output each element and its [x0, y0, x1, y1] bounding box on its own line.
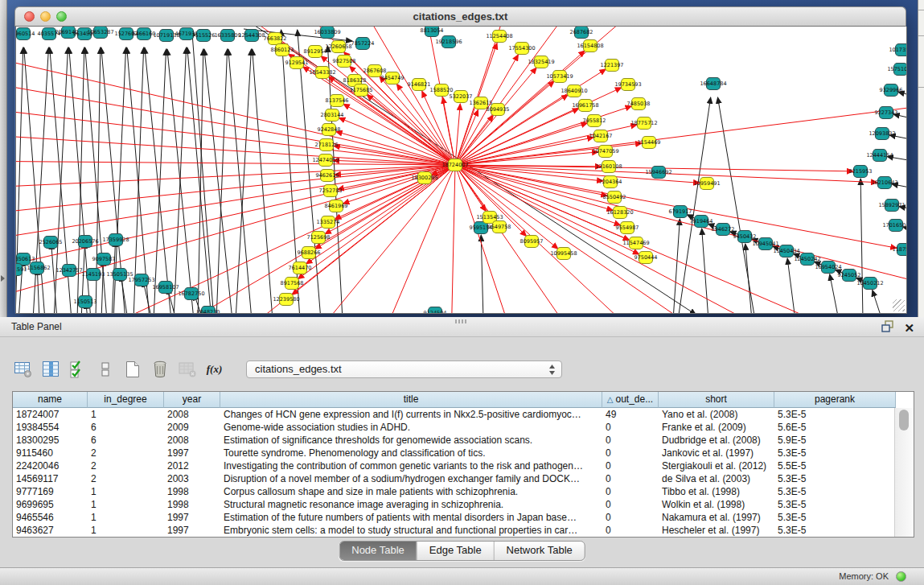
cell[interactable]: Genome-wide association studies in ADHD.: [220, 421, 602, 434]
cell[interactable]: Structural magnetic resonance image aver…: [220, 498, 602, 511]
tab-node-table[interactable]: Node Table: [339, 542, 417, 560]
cell[interactable]: 18724007: [13, 408, 88, 421]
cell[interactable]: 2003: [164, 472, 220, 485]
cell[interactable]: 9777169: [13, 485, 88, 498]
panel-collapse-arrow-icon[interactable]: [1, 275, 5, 282]
cell[interactable]: 2008: [164, 408, 220, 421]
cell[interactable]: 1998: [164, 498, 220, 511]
tab-network-table[interactable]: Network Table: [494, 542, 585, 560]
table-options-icon[interactable]: [13, 359, 33, 380]
network-graph[interactable]: 1872400779605144035574206914069634508106…: [16, 27, 906, 313]
cell[interactable]: Yano et al. (2008): [659, 408, 774, 421]
cell[interactable]: 18300295: [13, 434, 88, 447]
cell[interactable]: 0: [602, 511, 659, 524]
cell[interactable]: 6: [88, 434, 164, 447]
cell[interactable]: 0: [602, 447, 659, 459]
cell[interactable]: Wolkin et al. (1998): [659, 498, 774, 511]
cell[interactable]: 0: [602, 421, 659, 434]
network-window[interactable]: citations_edges.txt 18724007796051440355…: [14, 6, 906, 314]
cell[interactable]: Disruption of a novel member of a sodium…: [220, 472, 602, 485]
column-header-short[interactable]: short: [659, 392, 774, 408]
cell[interactable]: Embryonic stem cells: a model to study s…: [220, 524, 602, 537]
cell[interactable]: 5.3E-5: [774, 498, 896, 511]
cell[interactable]: 2008: [164, 434, 220, 447]
column-header-out_de[interactable]: △out_de...: [602, 392, 659, 408]
cell[interactable]: 6: [88, 421, 164, 434]
cell[interactable]: Estimation of significance thresholds fo…: [220, 434, 602, 447]
close-window-icon[interactable]: [24, 11, 35, 22]
table-selector-dropdown[interactable]: citations_edges.txt: [246, 360, 562, 378]
cell[interactable]: 2012: [164, 459, 220, 472]
column-header-pagerank[interactable]: pagerank: [774, 392, 896, 408]
cell[interactable]: 2: [88, 459, 164, 472]
cell[interactable]: 0: [602, 472, 659, 485]
cell[interactable]: 9699695: [13, 498, 88, 511]
cell[interactable]: 1: [88, 485, 164, 498]
cell[interactable]: 9465546: [13, 511, 88, 524]
cell[interactable]: 5.6E-5: [774, 421, 896, 434]
cell[interactable]: 5.5E-5: [774, 459, 896, 472]
cell[interactable]: Franke et al. (2009): [659, 421, 774, 434]
cell[interactable]: Jankovic et al. (1997): [659, 447, 774, 459]
cell[interactable]: 9463627: [13, 524, 88, 537]
show-columns-icon[interactable]: [40, 359, 60, 380]
select-all-icon[interactable]: [68, 359, 88, 380]
cell[interactable]: 5.3E-5: [774, 447, 896, 459]
cell[interactable]: Nakamura et al. (1997): [659, 511, 774, 524]
zoom-window-icon[interactable]: [56, 11, 67, 22]
cell[interactable]: 0: [602, 524, 659, 537]
west-panel-edge[interactable]: [0, 0, 7, 317]
window-titlebar[interactable]: citations_edges.txt: [14, 6, 906, 27]
cell[interactable]: Stergiakouli et al. (2012): [659, 459, 774, 472]
cell[interactable]: Dudbridge et al. (2008): [659, 434, 774, 447]
cell[interactable]: de Silva et al. (2003): [659, 472, 774, 485]
cell[interactable]: 22420046: [13, 459, 88, 472]
cell[interactable]: Tourette syndrome. Phenomenology and cla…: [220, 447, 602, 459]
cell[interactable]: 0: [602, 485, 659, 498]
cell[interactable]: 5.9E-5: [774, 434, 896, 447]
cell[interactable]: Corpus callosum shape and size in male p…: [220, 485, 602, 498]
tab-edge-table[interactable]: Edge Table: [417, 542, 494, 560]
cell[interactable]: 49: [602, 408, 659, 421]
row-height-icon[interactable]: [95, 359, 115, 380]
cell[interactable]: Changes of HCN gene expression and I(f) …: [220, 408, 602, 421]
cell[interactable]: 5.3E-5: [774, 524, 896, 537]
cell[interactable]: 1: [88, 408, 164, 421]
column-header-in_degree[interactable]: in_degree: [88, 392, 164, 408]
cell[interactable]: 1997: [164, 447, 220, 459]
cell[interactable]: Hescheler et al. (1997): [659, 524, 774, 537]
cell[interactable]: 1: [88, 498, 164, 511]
cell[interactable]: 0: [602, 498, 659, 511]
cell[interactable]: Investigating the contribution of common…: [220, 459, 602, 472]
cell[interactable]: 5.3E-5: [774, 511, 896, 524]
cell[interactable]: 0: [602, 434, 659, 447]
network-canvas[interactable]: 1872400779605144035574206914069634508106…: [15, 27, 907, 314]
cell[interactable]: 0: [602, 459, 659, 472]
panel-drag-handle[interactable]: [455, 319, 468, 323]
cell[interactable]: 1997: [164, 511, 220, 524]
cell[interactable]: 14569117: [13, 472, 88, 485]
column-header-title[interactable]: title: [220, 392, 602, 408]
scrollbar-thumb[interactable]: [899, 410, 909, 431]
function-builder-icon[interactable]: f(x): [204, 359, 224, 380]
cell[interactable]: 5.3E-5: [774, 485, 896, 498]
cell[interactable]: Tibbo et al. (1998): [659, 485, 774, 498]
close-panel-icon[interactable]: ✕: [904, 322, 914, 335]
cell[interactable]: 1997: [164, 524, 220, 537]
cell[interactable]: 1998: [164, 485, 220, 498]
cell[interactable]: 1: [88, 524, 164, 537]
cell[interactable]: 5.3E-5: [774, 408, 896, 421]
cell[interactable]: 19384554: [13, 421, 88, 434]
create-table-icon[interactable]: [122, 359, 142, 380]
cell[interactable]: 9115460: [13, 447, 88, 459]
cell[interactable]: 5.3E-5: [774, 472, 896, 485]
column-header-name[interactable]: name: [13, 392, 88, 408]
delete-table-icon[interactable]: [150, 359, 170, 380]
float-panel-icon[interactable]: [881, 320, 894, 336]
table-scrollbar[interactable]: [894, 408, 914, 537]
cell[interactable]: 2: [88, 472, 164, 485]
cell[interactable]: 2009: [164, 421, 220, 434]
cell[interactable]: 1: [88, 511, 164, 524]
cell[interactable]: 2: [88, 447, 164, 459]
cell[interactable]: Estimation of the future numbers of pati…: [220, 511, 602, 524]
